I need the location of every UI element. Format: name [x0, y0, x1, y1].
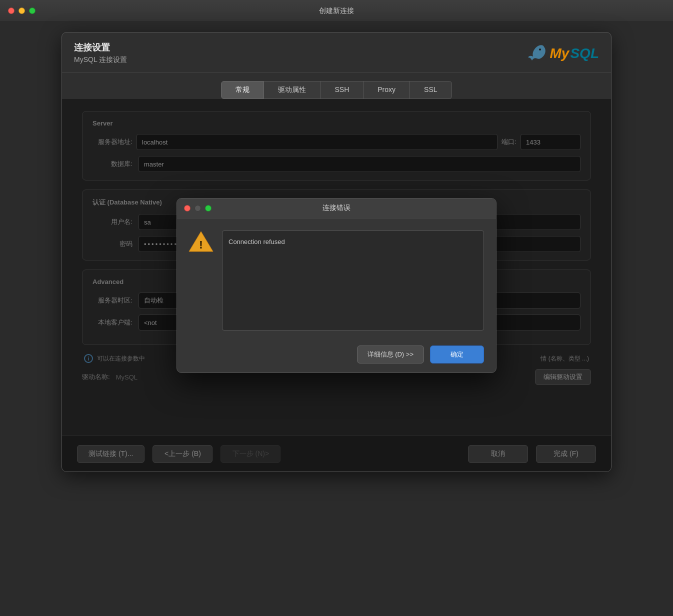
page-wrapper: 创建新连接 连接设置 MySQL 连接设置 MySQL: [0, 0, 673, 616]
modal-overlay: 连接错误 !: [62, 99, 611, 472]
window-area: 连接设置 MySQL 连接设置 MySQL 常规 驱动属性 SSH Proxy: [0, 22, 673, 616]
window-title: 创建新连接: [319, 6, 354, 16]
app-window: 连接设置 MySQL 连接设置 MySQL 常规 驱动属性 SSH Proxy: [62, 32, 612, 472]
error-dialog-title: 连接错误: [322, 204, 350, 212]
tab-ssl[interactable]: SSL: [410, 81, 452, 99]
details-button[interactable]: 详细信息 (D) >>: [357, 346, 424, 364]
dialog-close-button[interactable]: [184, 205, 190, 212]
dialog-minimize-button[interactable]: [194, 205, 201, 212]
traffic-lights: [8, 8, 36, 14]
content-area: Server 服务器地址: 端口: 数据库: 认证 (Database Nati…: [62, 99, 611, 472]
minimize-button[interactable]: [18, 8, 25, 14]
tab-driver[interactable]: 驱动属性: [264, 81, 320, 99]
mysql-logo-my: My: [550, 46, 570, 62]
title-bar: 创建新连接: [0, 0, 673, 22]
error-dialog-footer: 详细信息 (D) >> 确定: [177, 340, 496, 372]
warning-triangle-icon: !: [188, 230, 214, 254]
tab-normal[interactable]: 常规: [221, 81, 264, 99]
tabs-bar: 常规 驱动属性 SSH Proxy SSL: [62, 73, 611, 99]
confirm-button[interactable]: 确定: [430, 346, 484, 364]
svg-text:!: !: [199, 238, 202, 251]
error-text-box: Connection refused: [222, 230, 484, 330]
conn-settings-title: 连接设置: [74, 42, 127, 54]
header-left: 连接设置 MySQL 连接设置: [74, 42, 127, 64]
error-dialog: 连接错误 !: [176, 198, 496, 373]
warning-icon-wrap: !: [189, 230, 213, 254]
mysql-logo-sql: SQL: [570, 46, 599, 62]
header: 连接设置 MySQL 连接设置 MySQL: [62, 32, 611, 73]
dialog-maximize-button[interactable]: [205, 205, 212, 212]
error-dialog-titlebar: 连接错误: [177, 198, 496, 218]
conn-settings-subtitle: MySQL 连接设置: [74, 56, 127, 64]
maximize-button[interactable]: [29, 8, 36, 14]
close-button[interactable]: [8, 8, 14, 14]
tab-proxy[interactable]: Proxy: [364, 81, 410, 99]
error-dialog-body: ! Connection refused: [177, 218, 496, 340]
tab-ssh[interactable]: SSH: [320, 81, 364, 99]
mysql-logo: MySQL: [525, 42, 599, 66]
error-dialog-traffic: [184, 205, 212, 212]
error-message: Connection refused: [228, 238, 285, 246]
dolphin-icon: [525, 42, 549, 66]
svg-point-0: [539, 48, 541, 50]
